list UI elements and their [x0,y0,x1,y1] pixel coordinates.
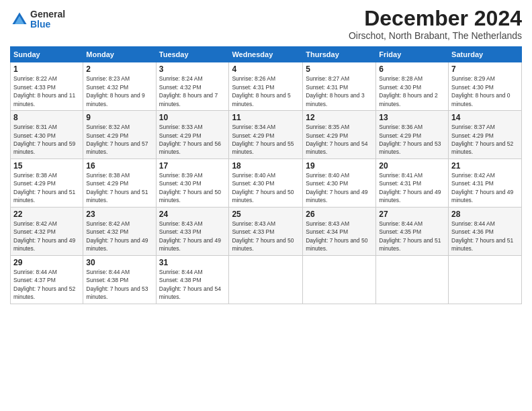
cell-week3-day0: 15 Sunrise: 8:38 AMSunset: 4:29 PMDaylig… [11,158,83,207]
day-info: Sunrise: 8:32 AMSunset: 4:29 PMDaylight:… [86,124,148,155]
cell-week3-day6: 21 Sunrise: 8:42 AMSunset: 4:31 PMDaylig… [449,158,522,207]
day-number: 16 [86,161,152,171]
day-info: Sunrise: 8:38 AMSunset: 4:29 PMDaylight:… [86,172,148,203]
header-wednesday: Wednesday [229,47,303,62]
day-info: Sunrise: 8:37 AMSunset: 4:29 PMDaylight:… [451,124,513,155]
cell-week1-day0: 1 Sunrise: 8:22 AMSunset: 4:33 PMDayligh… [11,62,83,111]
logo: General Blue [10,9,65,30]
cell-week3-day4: 19 Sunrise: 8:40 AMSunset: 4:30 PMDaylig… [303,158,376,207]
day-info: Sunrise: 8:40 AMSunset: 4:30 PMDaylight:… [232,172,294,203]
header-saturday: Saturday [449,47,522,62]
day-info: Sunrise: 8:44 AMSunset: 4:35 PMDaylight:… [379,220,441,252]
cell-week2-day4: 12 Sunrise: 8:35 AMSunset: 4:29 PMDaylig… [303,111,376,159]
day-info: Sunrise: 8:44 AMSunset: 4:38 PMDaylight:… [159,269,221,300]
cell-week5-day2: 31 Sunrise: 8:44 AMSunset: 4:38 PMDaylig… [156,255,229,304]
cell-week4-day6: 28 Sunrise: 8:44 AMSunset: 4:36 PMDaylig… [449,207,522,255]
cell-week5-day6 [449,255,522,304]
cell-week1-day3: 4 Sunrise: 8:26 AMSunset: 4:31 PMDayligh… [229,62,303,111]
header-sunday: Sunday [11,47,83,62]
day-number: 30 [86,258,152,267]
header-monday: Monday [83,47,156,62]
day-number: 1 [13,64,80,74]
day-info: Sunrise: 8:28 AMSunset: 4:30 PMDaylight:… [379,75,437,107]
cell-week4-day4: 26 Sunrise: 8:43 AMSunset: 4:34 PMDaylig… [303,207,376,255]
cell-week5-day0: 29 Sunrise: 8:44 AMSunset: 4:37 PMDaylig… [11,255,83,304]
header-tuesday: Tuesday [156,47,229,62]
logo-icon [10,10,29,29]
day-info: Sunrise: 8:43 AMSunset: 4:33 PMDaylight:… [232,220,294,252]
day-number: 7 [451,64,519,74]
day-info: Sunrise: 8:43 AMSunset: 4:34 PMDaylight:… [306,220,367,252]
day-number: 13 [379,113,445,122]
day-number: 31 [159,258,226,267]
day-info: Sunrise: 8:44 AMSunset: 4:38 PMDaylight:… [86,269,148,300]
day-info: Sunrise: 8:42 AMSunset: 4:32 PMDaylight:… [13,220,75,252]
day-info: Sunrise: 8:44 AMSunset: 4:37 PMDaylight:… [13,269,75,300]
day-info: Sunrise: 8:44 AMSunset: 4:36 PMDaylight:… [451,220,513,252]
cell-week5-day3 [229,255,303,304]
cell-week3-day3: 18 Sunrise: 8:40 AMSunset: 4:30 PMDaylig… [229,158,303,207]
day-number: 11 [232,113,300,122]
day-number: 17 [159,161,226,171]
cell-week5-day5 [376,255,449,304]
day-number: 23 [86,210,152,219]
week-row-1: 1 Sunrise: 8:22 AMSunset: 4:33 PMDayligh… [11,62,522,111]
day-info: Sunrise: 8:22 AMSunset: 4:33 PMDaylight:… [13,75,75,107]
day-number: 19 [306,161,373,171]
cell-week2-day6: 14 Sunrise: 8:37 AMSunset: 4:29 PMDaylig… [449,111,522,159]
day-number: 24 [159,210,226,219]
day-info: Sunrise: 8:42 AMSunset: 4:32 PMDaylight:… [86,220,148,252]
title-block: December 2024 Oirschot, North Brabant, T… [349,7,522,41]
logo-blue-text: Blue [30,19,65,30]
cell-week5-day4 [303,255,376,304]
cell-week2-day0: 8 Sunrise: 8:31 AMSunset: 4:30 PMDayligh… [11,111,83,159]
cell-week4-day2: 24 Sunrise: 8:43 AMSunset: 4:33 PMDaylig… [156,207,229,255]
calendar-header-row: Sunday Monday Tuesday Wednesday Thursday… [11,47,522,62]
day-info: Sunrise: 8:35 AMSunset: 4:29 PMDaylight:… [306,124,367,155]
day-info: Sunrise: 8:38 AMSunset: 4:29 PMDaylight:… [13,172,75,203]
cell-week2-day5: 13 Sunrise: 8:36 AMSunset: 4:29 PMDaylig… [376,111,449,159]
day-number: 25 [232,210,300,219]
day-number: 28 [451,210,519,219]
cell-week4-day1: 23 Sunrise: 8:42 AMSunset: 4:32 PMDaylig… [83,207,156,255]
cell-week1-day1: 2 Sunrise: 8:23 AMSunset: 4:32 PMDayligh… [83,62,156,111]
day-number: 5 [306,64,373,74]
day-info: Sunrise: 8:23 AMSunset: 4:32 PMDaylight:… [86,75,144,107]
page: General Blue December 2024 Oirschot, Nor… [0,0,532,411]
day-info: Sunrise: 8:40 AMSunset: 4:30 PMDaylight:… [306,172,367,203]
cell-week1-day2: 3 Sunrise: 8:24 AMSunset: 4:32 PMDayligh… [156,62,229,111]
day-number: 27 [379,210,445,219]
day-info: Sunrise: 8:26 AMSunset: 4:31 PMDaylight:… [232,75,290,107]
day-info: Sunrise: 8:31 AMSunset: 4:30 PMDaylight:… [13,124,75,155]
day-number: 4 [232,64,300,74]
day-info: Sunrise: 8:39 AMSunset: 4:30 PMDaylight:… [159,172,221,203]
logo-text: General Blue [30,9,65,30]
day-info: Sunrise: 8:41 AMSunset: 4:31 PMDaylight:… [379,172,441,203]
location: Oirschot, North Brabant, The Netherlands [349,30,522,41]
day-number: 3 [159,64,226,74]
cell-week3-day2: 17 Sunrise: 8:39 AMSunset: 4:30 PMDaylig… [156,158,229,207]
day-info: Sunrise: 8:42 AMSunset: 4:31 PMDaylight:… [451,172,513,203]
cell-week3-day1: 16 Sunrise: 8:38 AMSunset: 4:29 PMDaylig… [83,158,156,207]
day-info: Sunrise: 8:29 AMSunset: 4:30 PMDaylight:… [451,75,510,107]
day-number: 22 [13,210,80,219]
day-number: 6 [379,64,445,74]
cell-week2-day1: 9 Sunrise: 8:32 AMSunset: 4:29 PMDayligh… [83,111,156,159]
day-info: Sunrise: 8:33 AMSunset: 4:29 PMDaylight:… [159,124,221,155]
cell-week3-day5: 20 Sunrise: 8:41 AMSunset: 4:31 PMDaylig… [376,158,449,207]
day-number: 10 [159,113,226,122]
cell-week2-day2: 10 Sunrise: 8:33 AMSunset: 4:29 PMDaylig… [156,111,229,159]
logo-general-text: General [30,9,65,19]
day-number: 9 [86,113,152,122]
cell-week4-day0: 22 Sunrise: 8:42 AMSunset: 4:32 PMDaylig… [11,207,83,255]
day-number: 14 [451,113,519,122]
day-info: Sunrise: 8:34 AMSunset: 4:29 PMDaylight:… [232,124,294,155]
day-number: 18 [232,161,300,171]
week-row-5: 29 Sunrise: 8:44 AMSunset: 4:37 PMDaylig… [11,255,522,304]
cell-week5-day1: 30 Sunrise: 8:44 AMSunset: 4:38 PMDaylig… [83,255,156,304]
cell-week4-day5: 27 Sunrise: 8:44 AMSunset: 4:35 PMDaylig… [376,207,449,255]
week-row-4: 22 Sunrise: 8:42 AMSunset: 4:32 PMDaylig… [11,207,522,255]
day-number: 20 [379,161,445,171]
header: General Blue December 2024 Oirschot, Nor… [10,7,522,41]
header-friday: Friday [376,47,449,62]
